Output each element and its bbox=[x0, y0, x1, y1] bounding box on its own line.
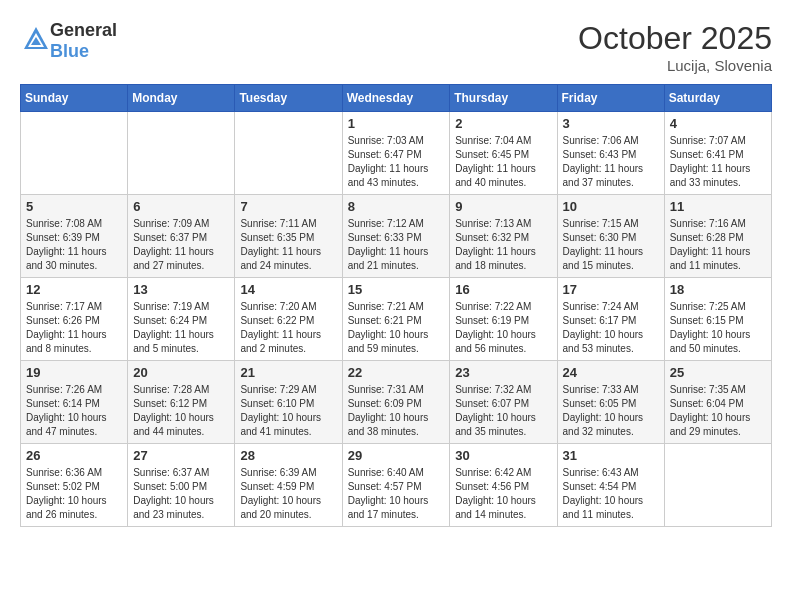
day-number: 25 bbox=[670, 365, 766, 380]
calendar-cell: 26Sunrise: 6:36 AMSunset: 5:02 PMDayligh… bbox=[21, 444, 128, 527]
day-number: 14 bbox=[240, 282, 336, 297]
day-info: Sunrise: 7:11 AMSunset: 6:35 PMDaylight:… bbox=[240, 217, 336, 273]
calendar-cell: 29Sunrise: 6:40 AMSunset: 4:57 PMDayligh… bbox=[342, 444, 450, 527]
logo-general: General bbox=[50, 20, 117, 40]
day-info: Sunrise: 7:22 AMSunset: 6:19 PMDaylight:… bbox=[455, 300, 551, 356]
day-number: 9 bbox=[455, 199, 551, 214]
day-number: 4 bbox=[670, 116, 766, 131]
day-number: 12 bbox=[26, 282, 122, 297]
day-number: 21 bbox=[240, 365, 336, 380]
day-info: Sunrise: 7:29 AMSunset: 6:10 PMDaylight:… bbox=[240, 383, 336, 439]
weekday-header-friday: Friday bbox=[557, 85, 664, 112]
calendar-cell: 12Sunrise: 7:17 AMSunset: 6:26 PMDayligh… bbox=[21, 278, 128, 361]
weekday-header-saturday: Saturday bbox=[664, 85, 771, 112]
calendar-cell: 19Sunrise: 7:26 AMSunset: 6:14 PMDayligh… bbox=[21, 361, 128, 444]
day-number: 8 bbox=[348, 199, 445, 214]
calendar-cell: 30Sunrise: 6:42 AMSunset: 4:56 PMDayligh… bbox=[450, 444, 557, 527]
calendar-cell: 11Sunrise: 7:16 AMSunset: 6:28 PMDayligh… bbox=[664, 195, 771, 278]
calendar-cell: 5Sunrise: 7:08 AMSunset: 6:39 PMDaylight… bbox=[21, 195, 128, 278]
weekday-header-monday: Monday bbox=[128, 85, 235, 112]
calendar-cell: 25Sunrise: 7:35 AMSunset: 6:04 PMDayligh… bbox=[664, 361, 771, 444]
day-info: Sunrise: 7:31 AMSunset: 6:09 PMDaylight:… bbox=[348, 383, 445, 439]
day-number: 1 bbox=[348, 116, 445, 131]
day-info: Sunrise: 6:43 AMSunset: 4:54 PMDaylight:… bbox=[563, 466, 659, 522]
calendar-cell: 23Sunrise: 7:32 AMSunset: 6:07 PMDayligh… bbox=[450, 361, 557, 444]
calendar-week-row: 1Sunrise: 7:03 AMSunset: 6:47 PMDaylight… bbox=[21, 112, 772, 195]
calendar-cell: 31Sunrise: 6:43 AMSunset: 4:54 PMDayligh… bbox=[557, 444, 664, 527]
day-number: 27 bbox=[133, 448, 229, 463]
day-number: 23 bbox=[455, 365, 551, 380]
calendar-cell: 1Sunrise: 7:03 AMSunset: 6:47 PMDaylight… bbox=[342, 112, 450, 195]
day-info: Sunrise: 7:13 AMSunset: 6:32 PMDaylight:… bbox=[455, 217, 551, 273]
day-number: 17 bbox=[563, 282, 659, 297]
day-info: Sunrise: 7:26 AMSunset: 6:14 PMDaylight:… bbox=[26, 383, 122, 439]
day-info: Sunrise: 6:37 AMSunset: 5:00 PMDaylight:… bbox=[133, 466, 229, 522]
day-info: Sunrise: 7:17 AMSunset: 6:26 PMDaylight:… bbox=[26, 300, 122, 356]
month-year: October 2025 bbox=[578, 20, 772, 57]
weekday-header-tuesday: Tuesday bbox=[235, 85, 342, 112]
day-number: 20 bbox=[133, 365, 229, 380]
day-info: Sunrise: 7:12 AMSunset: 6:33 PMDaylight:… bbox=[348, 217, 445, 273]
calendar-cell bbox=[128, 112, 235, 195]
calendar-cell: 14Sunrise: 7:20 AMSunset: 6:22 PMDayligh… bbox=[235, 278, 342, 361]
calendar-cell: 21Sunrise: 7:29 AMSunset: 6:10 PMDayligh… bbox=[235, 361, 342, 444]
day-number: 26 bbox=[26, 448, 122, 463]
day-info: Sunrise: 7:24 AMSunset: 6:17 PMDaylight:… bbox=[563, 300, 659, 356]
day-info: Sunrise: 7:06 AMSunset: 6:43 PMDaylight:… bbox=[563, 134, 659, 190]
day-number: 10 bbox=[563, 199, 659, 214]
day-number: 29 bbox=[348, 448, 445, 463]
day-number: 13 bbox=[133, 282, 229, 297]
calendar-cell: 8Sunrise: 7:12 AMSunset: 6:33 PMDaylight… bbox=[342, 195, 450, 278]
weekday-header-wednesday: Wednesday bbox=[342, 85, 450, 112]
page-header: General Blue October 2025 Lucija, Sloven… bbox=[20, 20, 772, 74]
day-info: Sunrise: 7:33 AMSunset: 6:05 PMDaylight:… bbox=[563, 383, 659, 439]
day-info: Sunrise: 7:07 AMSunset: 6:41 PMDaylight:… bbox=[670, 134, 766, 190]
day-info: Sunrise: 7:21 AMSunset: 6:21 PMDaylight:… bbox=[348, 300, 445, 356]
day-number: 11 bbox=[670, 199, 766, 214]
day-number: 2 bbox=[455, 116, 551, 131]
day-number: 28 bbox=[240, 448, 336, 463]
day-info: Sunrise: 6:40 AMSunset: 4:57 PMDaylight:… bbox=[348, 466, 445, 522]
day-info: Sunrise: 7:04 AMSunset: 6:45 PMDaylight:… bbox=[455, 134, 551, 190]
calendar-cell: 3Sunrise: 7:06 AMSunset: 6:43 PMDaylight… bbox=[557, 112, 664, 195]
day-info: Sunrise: 6:36 AMSunset: 5:02 PMDaylight:… bbox=[26, 466, 122, 522]
calendar-cell: 7Sunrise: 7:11 AMSunset: 6:35 PMDaylight… bbox=[235, 195, 342, 278]
logo-icon bbox=[20, 25, 50, 57]
calendar-cell: 20Sunrise: 7:28 AMSunset: 6:12 PMDayligh… bbox=[128, 361, 235, 444]
day-number: 6 bbox=[133, 199, 229, 214]
logo-text: General Blue bbox=[50, 20, 117, 62]
day-info: Sunrise: 6:42 AMSunset: 4:56 PMDaylight:… bbox=[455, 466, 551, 522]
calendar-week-row: 26Sunrise: 6:36 AMSunset: 5:02 PMDayligh… bbox=[21, 444, 772, 527]
day-number: 22 bbox=[348, 365, 445, 380]
day-info: Sunrise: 7:08 AMSunset: 6:39 PMDaylight:… bbox=[26, 217, 122, 273]
logo-blue: Blue bbox=[50, 41, 89, 61]
day-info: Sunrise: 7:28 AMSunset: 6:12 PMDaylight:… bbox=[133, 383, 229, 439]
calendar-week-row: 12Sunrise: 7:17 AMSunset: 6:26 PMDayligh… bbox=[21, 278, 772, 361]
day-number: 31 bbox=[563, 448, 659, 463]
day-number: 16 bbox=[455, 282, 551, 297]
day-number: 3 bbox=[563, 116, 659, 131]
weekday-header-sunday: Sunday bbox=[21, 85, 128, 112]
calendar-cell: 18Sunrise: 7:25 AMSunset: 6:15 PMDayligh… bbox=[664, 278, 771, 361]
calendar-week-row: 19Sunrise: 7:26 AMSunset: 6:14 PMDayligh… bbox=[21, 361, 772, 444]
calendar-cell bbox=[235, 112, 342, 195]
calendar-cell: 10Sunrise: 7:15 AMSunset: 6:30 PMDayligh… bbox=[557, 195, 664, 278]
calendar-cell: 6Sunrise: 7:09 AMSunset: 6:37 PMDaylight… bbox=[128, 195, 235, 278]
day-number: 18 bbox=[670, 282, 766, 297]
day-number: 7 bbox=[240, 199, 336, 214]
day-info: Sunrise: 7:20 AMSunset: 6:22 PMDaylight:… bbox=[240, 300, 336, 356]
calendar-cell: 2Sunrise: 7:04 AMSunset: 6:45 PMDaylight… bbox=[450, 112, 557, 195]
day-info: Sunrise: 7:09 AMSunset: 6:37 PMDaylight:… bbox=[133, 217, 229, 273]
weekday-header-row: SundayMondayTuesdayWednesdayThursdayFrid… bbox=[21, 85, 772, 112]
calendar-cell: 15Sunrise: 7:21 AMSunset: 6:21 PMDayligh… bbox=[342, 278, 450, 361]
day-number: 5 bbox=[26, 199, 122, 214]
calendar-cell: 13Sunrise: 7:19 AMSunset: 6:24 PMDayligh… bbox=[128, 278, 235, 361]
calendar-cell: 9Sunrise: 7:13 AMSunset: 6:32 PMDaylight… bbox=[450, 195, 557, 278]
calendar-table: SundayMondayTuesdayWednesdayThursdayFrid… bbox=[20, 84, 772, 527]
calendar-week-row: 5Sunrise: 7:08 AMSunset: 6:39 PMDaylight… bbox=[21, 195, 772, 278]
weekday-header-thursday: Thursday bbox=[450, 85, 557, 112]
day-info: Sunrise: 6:39 AMSunset: 4:59 PMDaylight:… bbox=[240, 466, 336, 522]
calendar-cell bbox=[664, 444, 771, 527]
day-info: Sunrise: 7:15 AMSunset: 6:30 PMDaylight:… bbox=[563, 217, 659, 273]
day-number: 19 bbox=[26, 365, 122, 380]
